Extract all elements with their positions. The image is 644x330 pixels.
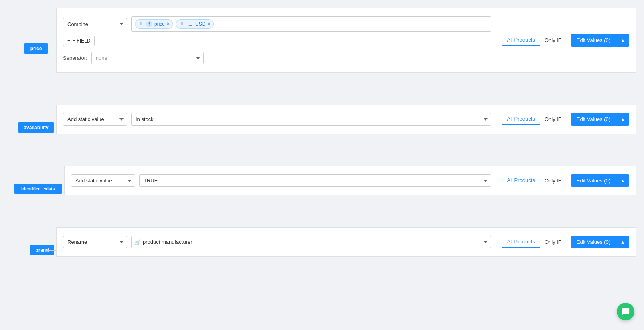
availability-value-select[interactable]: In stock Out of stock Preorder <box>131 113 491 126</box>
availability-expand-btn[interactable]: ▲ <box>616 113 629 126</box>
price-add-field-btn[interactable]: + + FIELD <box>63 36 95 46</box>
identifier-exists-value-select[interactable]: TRUE FALSE <box>139 174 491 187</box>
price-separator-select[interactable]: none space comma dash pipe <box>91 52 204 64</box>
chat-icon <box>621 307 630 316</box>
identifier-exists-edit-values-btn[interactable]: Edit Values (0) <box>571 174 616 187</box>
price-edit-values-btn[interactable]: Edit Values (0) <box>571 34 616 47</box>
brand-rule-content: Rename Combine Add static value 🛒 produc… <box>63 236 629 248</box>
availability-rule-content: Add static value Combine Rename In stock… <box>63 113 629 126</box>
price-connector <box>48 49 56 49</box>
identifier-exists-rule-content: Add static value Combine Rename TRUE FAL… <box>71 174 629 187</box>
availability-only-if-tab[interactable]: Only IF <box>540 114 566 125</box>
availability-connector <box>46 128 56 128</box>
price-expand-btn[interactable]: ▲ <box>616 34 629 47</box>
identifier-exists-rule-row: Add static value Combine Rename TRUE FAL… <box>64 166 636 195</box>
availability-method-select[interactable]: Add static value Combine Rename <box>63 113 127 126</box>
brand-all-products-tab[interactable]: All Products <box>502 236 540 248</box>
brand-value-wrapper: 🛒 product manufacturer brand manufacture… <box>131 236 491 248</box>
price-add-field-plus: + <box>67 38 70 44</box>
price-tags-container: ⠿ f price × ⠿ ☰ USD × <box>131 16 491 32</box>
price-row-right: All Products Only IF Edit Values (0) ▲ <box>502 34 629 47</box>
identifier-exists-btn-group: Edit Values (0) ▲ <box>571 174 629 187</box>
brand-rule-row: Rename Combine Add static value 🛒 produc… <box>56 227 636 257</box>
brand-method-select[interactable]: Rename Combine Add static value <box>63 236 127 248</box>
price-label: price <box>24 43 48 54</box>
price-add-field-row: + + FIELD <box>63 36 491 46</box>
price-tag-usd-label: USD <box>195 21 205 27</box>
identifier-exists-all-products-tab[interactable]: All Products <box>502 175 540 186</box>
price-tag-usd-table-icon: ☰ <box>187 21 193 27</box>
price-separator-row: Separator: none space comma dash pipe <box>63 52 491 64</box>
availability-row-wrapper: availability Add static value Combine Re… <box>56 105 636 150</box>
availability-filter-tabs: All Products Only IF <box>502 113 566 125</box>
price-tag-func-icon: f <box>146 21 152 27</box>
brand-connector <box>46 250 56 251</box>
price-only-if-tab[interactable]: Only IF <box>540 35 566 46</box>
price-tag-label: price <box>154 21 165 27</box>
brand-row-wrapper: brand Rename Combine Add static value 🛒 … <box>56 227 636 273</box>
availability-value-wrapper: In stock Out of stock Preorder <box>131 113 491 126</box>
price-tag-price: ⠿ f price × <box>135 19 173 29</box>
price-method-select[interactable]: Combine Add static value Rename <box>63 18 127 30</box>
price-separator-label: Separator: <box>63 55 87 61</box>
identifier-exists-filter-tabs: All Products Only IF <box>502 175 566 186</box>
price-add-field-label: + FIELD <box>73 38 90 44</box>
identifier-exists-row-wrapper: identifier_exists Add static value Combi… <box>64 166 636 211</box>
price-tag-usd-close[interactable]: × <box>207 22 210 26</box>
identifier-exists-method-select[interactable]: Add static value Combine Rename <box>71 174 135 187</box>
availability-rule-row: Add static value Combine Rename In stock… <box>56 105 636 134</box>
chat-bubble[interactable] <box>617 303 634 320</box>
brand-filter-tabs: All Products Only IF <box>502 236 566 248</box>
price-rule-content: Combine Add static value Rename ⠿ f pric… <box>63 16 629 64</box>
brand-value-select[interactable]: product manufacturer brand manufacturer <box>131 236 491 248</box>
price-filter-tabs: All Products Only IF <box>502 34 566 46</box>
identifier-exists-value-wrapper: TRUE FALSE <box>139 174 491 187</box>
availability-row-right: All Products Only IF Edit Values (0) ▲ <box>502 113 629 126</box>
brand-expand-btn[interactable]: ▲ <box>616 236 629 248</box>
price-btn-group: Edit Values (0) ▲ <box>571 34 629 47</box>
price-combine-inner: Combine Add static value Rename ⠿ f pric… <box>63 16 491 64</box>
price-tag-grid-icon: ⠿ <box>138 21 144 27</box>
price-rule-top: Combine Add static value Rename ⠿ f pric… <box>63 16 491 32</box>
availability-edit-values-btn[interactable]: Edit Values (0) <box>571 113 616 126</box>
brand-edit-values-btn[interactable]: Edit Values (0) <box>571 236 616 248</box>
identifier-exists-only-if-tab[interactable]: Only IF <box>540 175 566 186</box>
identifier-exists-connector <box>54 189 64 189</box>
price-tag-usd-grid-icon: ⠿ <box>178 21 185 27</box>
availability-all-products-tab[interactable]: All Products <box>502 113 540 125</box>
price-rule-row: Combine Add static value Rename ⠿ f pric… <box>56 8 636 73</box>
price-all-products-tab[interactable]: All Products <box>502 34 540 46</box>
main-container: price Combine Add static value Rename ⠿ <box>0 0 644 297</box>
identifier-exists-row-right: All Products Only IF Edit Values (0) ▲ <box>502 174 629 187</box>
brand-row-right: All Products Only IF Edit Values (0) ▲ <box>502 236 629 248</box>
brand-btn-group: Edit Values (0) ▲ <box>571 236 629 248</box>
price-tag-close[interactable]: × <box>167 22 170 26</box>
availability-btn-group: Edit Values (0) ▲ <box>571 113 629 126</box>
price-row-wrapper: price Combine Add static value Rename ⠿ <box>56 8 636 89</box>
price-tag-usd: ⠿ ☰ USD × <box>176 19 214 29</box>
identifier-exists-expand-btn[interactable]: ▲ <box>616 174 629 187</box>
brand-only-if-tab[interactable]: Only IF <box>540 237 566 247</box>
